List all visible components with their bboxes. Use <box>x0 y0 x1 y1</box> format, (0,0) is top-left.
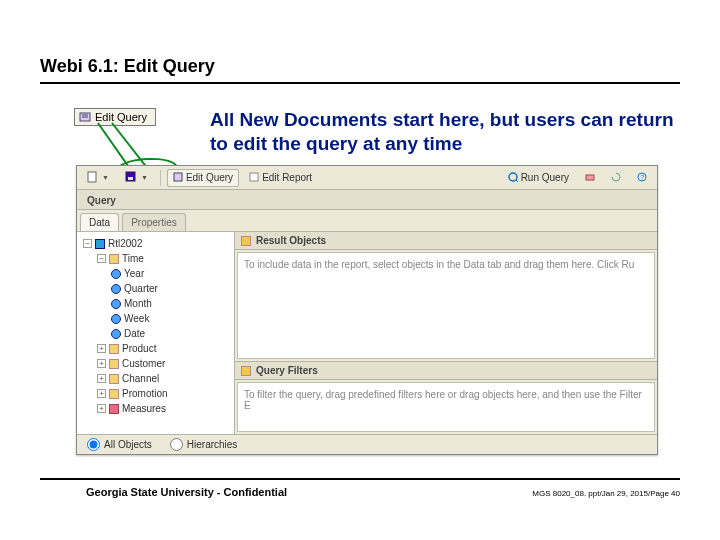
query-filters-body[interactable]: To filter the query, drag predefined fil… <box>237 382 655 432</box>
dimension-icon <box>111 299 121 309</box>
footer-confidential: Georgia State University - Confidential <box>86 486 287 498</box>
svg-rect-3 <box>88 172 96 182</box>
expand-icon[interactable]: + <box>97 374 106 383</box>
tab-data[interactable]: Data <box>80 213 119 231</box>
slide-title: Webi 6.1: Edit Query <box>40 56 215 77</box>
folder-icon <box>109 389 119 399</box>
chevron-down-icon: ▼ <box>139 174 148 181</box>
expand-icon[interactable]: + <box>97 344 106 353</box>
tree-folder[interactable]: +Customer <box>79 356 232 371</box>
tree-folder[interactable]: +Promotion <box>79 386 232 401</box>
tree-dim[interactable]: Week <box>79 311 232 326</box>
tree-label: Promotion <box>122 388 168 399</box>
help-icon-button[interactable]: ? <box>631 169 653 187</box>
cube-icon <box>95 239 105 249</box>
dimension-icon <box>111 314 121 324</box>
query-filters-header: Query Filters <box>235 362 657 380</box>
tree-dim[interactable]: Date <box>79 326 232 341</box>
result-icon <box>241 236 251 246</box>
svg-rect-7 <box>250 173 258 181</box>
expand-icon[interactable]: + <box>97 404 106 413</box>
refresh-icon-button[interactable] <box>605 169 627 187</box>
radio-hierarchies-label: Hierarchies <box>187 439 238 450</box>
expand-icon[interactable]: + <box>97 359 106 368</box>
object-tree[interactable]: − Rtl2002 − Time Year Quarter Month Week… <box>77 232 235 434</box>
tree-dim[interactable]: Month <box>79 296 232 311</box>
query-filters-pane: Query Filters To filter the query, drag … <box>235 361 657 434</box>
divider-bottom <box>40 478 680 480</box>
help-icon: ? <box>637 172 647 184</box>
run-query-label: Run Query <box>521 172 569 183</box>
tab-properties[interactable]: Properties <box>122 213 186 231</box>
tree-measures[interactable]: +Measures <box>79 401 232 416</box>
refresh-icon <box>611 172 621 184</box>
radio-all-objects[interactable]: All Objects <box>87 438 152 451</box>
run-query-button[interactable]: Run Query <box>502 169 575 187</box>
tree-label: Time <box>122 253 144 264</box>
folder-icon <box>109 374 119 384</box>
tree-folder-time[interactable]: − Time <box>79 251 232 266</box>
svg-rect-6 <box>174 173 182 181</box>
tab-bar: Data Properties <box>77 210 657 232</box>
edit-report-button[interactable]: Edit Report <box>243 169 318 187</box>
edit-query-icon <box>173 172 183 184</box>
sql-icon-button[interactable] <box>579 169 601 187</box>
edit-query-button[interactable]: Edit Query <box>167 169 239 187</box>
footer-page-info: MGS 8020_08. ppt/Jan 29, 2015/Page 40 <box>532 489 680 498</box>
result-objects-body[interactable]: To include data in the report, select ob… <box>237 252 655 359</box>
run-icon <box>508 172 518 184</box>
tree-label: Customer <box>122 358 165 369</box>
webi-screenshot: ▼ ▼ Edit Query Edit Report Run Query <box>76 165 658 455</box>
divider-top <box>40 82 680 84</box>
tree-label: Channel <box>122 373 159 384</box>
query-filters-title: Query Filters <box>256 365 318 376</box>
toolbar-separator <box>160 170 161 186</box>
tree-dim[interactable]: Quarter <box>79 281 232 296</box>
folder-icon <box>109 254 119 264</box>
tree-folder[interactable]: +Channel <box>79 371 232 386</box>
collapse-icon[interactable]: − <box>83 239 92 248</box>
result-objects-pane: Result Objects To include data in the re… <box>235 232 657 361</box>
radio-all-objects-input[interactable] <box>87 438 100 451</box>
edit-query-badge-label: Edit Query <box>95 111 147 123</box>
scope-radio-row: All Objects Hierarchies <box>77 434 657 454</box>
new-doc-button[interactable]: ▼ <box>81 169 115 187</box>
edit-query-label: Edit Query <box>186 172 233 183</box>
tree-label: Week <box>124 313 149 324</box>
tree-label: Date <box>124 328 145 339</box>
save-button[interactable]: ▼ <box>119 169 154 187</box>
dimension-icon <box>111 329 121 339</box>
result-objects-header: Result Objects <box>235 232 657 250</box>
result-objects-title: Result Objects <box>256 235 326 246</box>
svg-text:?: ? <box>640 173 645 182</box>
annotation-arrow <box>111 122 148 169</box>
svg-rect-9 <box>586 175 594 180</box>
report-icon <box>249 172 259 184</box>
tree-label: Measures <box>122 403 166 414</box>
edit-query-icon <box>79 111 91 123</box>
disk-icon <box>125 171 136 184</box>
query-strip-label: Query <box>81 192 122 209</box>
folder-icon <box>109 359 119 369</box>
query-strip: Query <box>77 190 657 210</box>
radio-hierarchies[interactable]: Hierarchies <box>170 438 238 451</box>
dimension-icon <box>111 269 121 279</box>
tree-label: Quarter <box>124 283 158 294</box>
radio-hierarchies-input[interactable] <box>170 438 183 451</box>
measure-icon <box>109 404 119 414</box>
chevron-down-icon: ▼ <box>100 174 109 181</box>
tree-root[interactable]: − Rtl2002 <box>79 236 232 251</box>
callout-text: All New Documents start here, but users … <box>210 108 680 156</box>
tree-folder[interactable]: +Product <box>79 341 232 356</box>
filter-icon <box>241 366 251 376</box>
edit-report-label: Edit Report <box>262 172 312 183</box>
expand-icon[interactable]: + <box>97 389 106 398</box>
dimension-icon <box>111 284 121 294</box>
collapse-icon[interactable]: − <box>97 254 106 263</box>
toolbar: ▼ ▼ Edit Query Edit Report Run Query <box>77 166 657 190</box>
radio-all-objects-label: All Objects <box>104 439 152 450</box>
svg-rect-5 <box>128 177 133 180</box>
svg-point-8 <box>509 173 517 181</box>
tree-dim[interactable]: Year <box>79 266 232 281</box>
tree-label: Month <box>124 298 152 309</box>
